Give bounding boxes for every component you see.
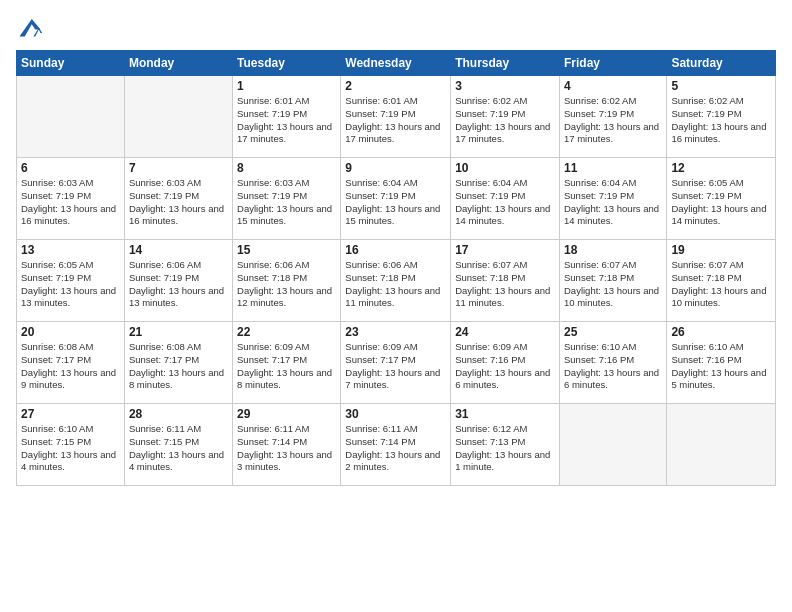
calendar-cell: 10Sunrise: 6:04 AM Sunset: 7:19 PM Dayli…: [451, 158, 560, 240]
day-number: 9: [345, 161, 446, 175]
calendar-cell: 24Sunrise: 6:09 AM Sunset: 7:16 PM Dayli…: [451, 322, 560, 404]
calendar-cell: 8Sunrise: 6:03 AM Sunset: 7:19 PM Daylig…: [233, 158, 341, 240]
day-info: Sunrise: 6:09 AM Sunset: 7:17 PM Dayligh…: [237, 341, 336, 392]
calendar-cell: 2Sunrise: 6:01 AM Sunset: 7:19 PM Daylig…: [341, 76, 451, 158]
calendar-cell: 6Sunrise: 6:03 AM Sunset: 7:19 PM Daylig…: [17, 158, 125, 240]
weekday-header: Friday: [559, 51, 666, 76]
weekday-header: Thursday: [451, 51, 560, 76]
day-number: 19: [671, 243, 771, 257]
day-number: 31: [455, 407, 555, 421]
day-info: Sunrise: 6:06 AM Sunset: 7:19 PM Dayligh…: [129, 259, 228, 310]
day-info: Sunrise: 6:01 AM Sunset: 7:19 PM Dayligh…: [237, 95, 336, 146]
day-info: Sunrise: 6:07 AM Sunset: 7:18 PM Dayligh…: [564, 259, 662, 310]
calendar-cell: 29Sunrise: 6:11 AM Sunset: 7:14 PM Dayli…: [233, 404, 341, 486]
day-info: Sunrise: 6:04 AM Sunset: 7:19 PM Dayligh…: [345, 177, 446, 228]
day-number: 26: [671, 325, 771, 339]
day-info: Sunrise: 6:05 AM Sunset: 7:19 PM Dayligh…: [21, 259, 120, 310]
day-number: 25: [564, 325, 662, 339]
day-info: Sunrise: 6:04 AM Sunset: 7:19 PM Dayligh…: [564, 177, 662, 228]
calendar-cell: 26Sunrise: 6:10 AM Sunset: 7:16 PM Dayli…: [667, 322, 776, 404]
calendar-cell: [559, 404, 666, 486]
calendar-cell: 14Sunrise: 6:06 AM Sunset: 7:19 PM Dayli…: [124, 240, 232, 322]
day-number: 20: [21, 325, 120, 339]
day-info: Sunrise: 6:11 AM Sunset: 7:14 PM Dayligh…: [345, 423, 446, 474]
day-number: 28: [129, 407, 228, 421]
calendar-cell: 1Sunrise: 6:01 AM Sunset: 7:19 PM Daylig…: [233, 76, 341, 158]
day-info: Sunrise: 6:03 AM Sunset: 7:19 PM Dayligh…: [21, 177, 120, 228]
calendar-cell: 12Sunrise: 6:05 AM Sunset: 7:19 PM Dayli…: [667, 158, 776, 240]
calendar-week-row: 27Sunrise: 6:10 AM Sunset: 7:15 PM Dayli…: [17, 404, 776, 486]
day-number: 17: [455, 243, 555, 257]
day-info: Sunrise: 6:12 AM Sunset: 7:13 PM Dayligh…: [455, 423, 555, 474]
weekday-header: Monday: [124, 51, 232, 76]
day-info: Sunrise: 6:03 AM Sunset: 7:19 PM Dayligh…: [237, 177, 336, 228]
svg-marker-0: [20, 19, 41, 37]
calendar-cell: [17, 76, 125, 158]
calendar-cell: 11Sunrise: 6:04 AM Sunset: 7:19 PM Dayli…: [559, 158, 666, 240]
day-number: 29: [237, 407, 336, 421]
day-number: 2: [345, 79, 446, 93]
calendar-cell: 4Sunrise: 6:02 AM Sunset: 7:19 PM Daylig…: [559, 76, 666, 158]
calendar-cell: 5Sunrise: 6:02 AM Sunset: 7:19 PM Daylig…: [667, 76, 776, 158]
weekday-header: Tuesday: [233, 51, 341, 76]
calendar-cell: 18Sunrise: 6:07 AM Sunset: 7:18 PM Dayli…: [559, 240, 666, 322]
calendar-cell: 13Sunrise: 6:05 AM Sunset: 7:19 PM Dayli…: [17, 240, 125, 322]
calendar-header-row: SundayMondayTuesdayWednesdayThursdayFrid…: [17, 51, 776, 76]
calendar-cell: [667, 404, 776, 486]
day-number: 14: [129, 243, 228, 257]
day-info: Sunrise: 6:11 AM Sunset: 7:14 PM Dayligh…: [237, 423, 336, 474]
calendar-cell: 21Sunrise: 6:08 AM Sunset: 7:17 PM Dayli…: [124, 322, 232, 404]
day-number: 12: [671, 161, 771, 175]
calendar-cell: 3Sunrise: 6:02 AM Sunset: 7:19 PM Daylig…: [451, 76, 560, 158]
day-info: Sunrise: 6:03 AM Sunset: 7:19 PM Dayligh…: [129, 177, 228, 228]
day-number: 11: [564, 161, 662, 175]
calendar-table: SundayMondayTuesdayWednesdayThursdayFrid…: [16, 50, 776, 486]
day-number: 16: [345, 243, 446, 257]
day-number: 13: [21, 243, 120, 257]
calendar-cell: 25Sunrise: 6:10 AM Sunset: 7:16 PM Dayli…: [559, 322, 666, 404]
day-number: 23: [345, 325, 446, 339]
day-info: Sunrise: 6:05 AM Sunset: 7:19 PM Dayligh…: [671, 177, 771, 228]
calendar-cell: 19Sunrise: 6:07 AM Sunset: 7:18 PM Dayli…: [667, 240, 776, 322]
calendar-cell: 31Sunrise: 6:12 AM Sunset: 7:13 PM Dayli…: [451, 404, 560, 486]
day-number: 1: [237, 79, 336, 93]
calendar-cell: 17Sunrise: 6:07 AM Sunset: 7:18 PM Dayli…: [451, 240, 560, 322]
day-number: 30: [345, 407, 446, 421]
calendar-week-row: 13Sunrise: 6:05 AM Sunset: 7:19 PM Dayli…: [17, 240, 776, 322]
day-number: 6: [21, 161, 120, 175]
day-info: Sunrise: 6:07 AM Sunset: 7:18 PM Dayligh…: [671, 259, 771, 310]
calendar-cell: 30Sunrise: 6:11 AM Sunset: 7:14 PM Dayli…: [341, 404, 451, 486]
page: SundayMondayTuesdayWednesdayThursdayFrid…: [0, 0, 792, 612]
calendar-cell: 28Sunrise: 6:11 AM Sunset: 7:15 PM Dayli…: [124, 404, 232, 486]
calendar-cell: 27Sunrise: 6:10 AM Sunset: 7:15 PM Dayli…: [17, 404, 125, 486]
calendar-week-row: 1Sunrise: 6:01 AM Sunset: 7:19 PM Daylig…: [17, 76, 776, 158]
weekday-header: Sunday: [17, 51, 125, 76]
day-info: Sunrise: 6:11 AM Sunset: 7:15 PM Dayligh…: [129, 423, 228, 474]
day-number: 18: [564, 243, 662, 257]
calendar-cell: 15Sunrise: 6:06 AM Sunset: 7:18 PM Dayli…: [233, 240, 341, 322]
calendar-cell: 23Sunrise: 6:09 AM Sunset: 7:17 PM Dayli…: [341, 322, 451, 404]
calendar-cell: 7Sunrise: 6:03 AM Sunset: 7:19 PM Daylig…: [124, 158, 232, 240]
day-number: 21: [129, 325, 228, 339]
day-number: 15: [237, 243, 336, 257]
logo-icon: [16, 12, 44, 40]
day-number: 24: [455, 325, 555, 339]
day-info: Sunrise: 6:10 AM Sunset: 7:15 PM Dayligh…: [21, 423, 120, 474]
calendar-cell: 20Sunrise: 6:08 AM Sunset: 7:17 PM Dayli…: [17, 322, 125, 404]
day-number: 22: [237, 325, 336, 339]
header: [16, 12, 776, 40]
weekday-header: Saturday: [667, 51, 776, 76]
day-info: Sunrise: 6:08 AM Sunset: 7:17 PM Dayligh…: [21, 341, 120, 392]
day-number: 4: [564, 79, 662, 93]
day-info: Sunrise: 6:02 AM Sunset: 7:19 PM Dayligh…: [564, 95, 662, 146]
day-info: Sunrise: 6:02 AM Sunset: 7:19 PM Dayligh…: [671, 95, 771, 146]
day-info: Sunrise: 6:08 AM Sunset: 7:17 PM Dayligh…: [129, 341, 228, 392]
day-info: Sunrise: 6:10 AM Sunset: 7:16 PM Dayligh…: [564, 341, 662, 392]
calendar-cell: [124, 76, 232, 158]
day-info: Sunrise: 6:06 AM Sunset: 7:18 PM Dayligh…: [345, 259, 446, 310]
calendar-cell: 22Sunrise: 6:09 AM Sunset: 7:17 PM Dayli…: [233, 322, 341, 404]
day-number: 5: [671, 79, 771, 93]
day-info: Sunrise: 6:06 AM Sunset: 7:18 PM Dayligh…: [237, 259, 336, 310]
day-info: Sunrise: 6:04 AM Sunset: 7:19 PM Dayligh…: [455, 177, 555, 228]
day-info: Sunrise: 6:09 AM Sunset: 7:16 PM Dayligh…: [455, 341, 555, 392]
